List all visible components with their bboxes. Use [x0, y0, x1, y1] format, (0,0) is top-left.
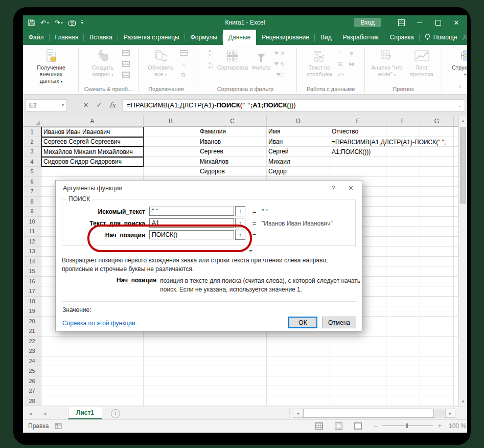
row-header-10[interactable]: 10	[23, 217, 41, 227]
ok-button[interactable]: ОК	[288, 317, 317, 328]
tekst-dlya-poiska-input[interactable]: A1	[149, 218, 234, 228]
zoom-out-button[interactable]: −	[374, 422, 377, 430]
cell-F24[interactable]	[386, 356, 420, 367]
row-header-27[interactable]: 27	[23, 386, 41, 396]
sheet-nav-right-icon[interactable]: ▸	[44, 407, 47, 419]
cell-E27[interactable]	[330, 386, 386, 396]
cell-F19[interactable]	[386, 306, 420, 317]
row-header-18[interactable]: 18	[23, 297, 41, 307]
cell-B27[interactable]	[144, 386, 198, 396]
tell-me-control[interactable]: Помощн	[420, 30, 463, 45]
cell-partial-3[interactable]	[454, 147, 458, 157]
cell-A26[interactable]	[41, 376, 144, 387]
cell-E22[interactable]	[330, 337, 386, 347]
cell-E1[interactable]: Отчество	[330, 127, 386, 137]
cell-A22[interactable]	[41, 337, 144, 347]
zoom-level[interactable]: 100 %	[449, 422, 466, 430]
cell-partial-5[interactable]	[454, 167, 458, 177]
tab-insert[interactable]: Вставка	[84, 30, 118, 45]
cell-partial-26[interactable]	[454, 376, 458, 387]
tab-help[interactable]: Справка	[384, 30, 420, 45]
row-header-9[interactable]: 9	[23, 207, 41, 217]
cell-F25[interactable]	[386, 366, 420, 376]
cell-D28[interactable]	[267, 396, 330, 407]
cell-partial-15[interactable]	[454, 266, 458, 277]
advanced-filter-icon[interactable]: ∕	[274, 70, 285, 79]
from-table-icon[interactable]	[121, 59, 131, 69]
cell-D5[interactable]: Сидор	[267, 167, 330, 177]
name-box[interactable]: E2 ▾	[25, 99, 67, 111]
sort-ascending-icon[interactable]: АЯ↓	[206, 49, 216, 58]
clear-filter-icon[interactable]: ✕	[274, 49, 285, 58]
cell-A3[interactable]: Михайлов Михаил Михайлович	[41, 147, 144, 157]
cell-G7[interactable]	[420, 187, 454, 197]
filter-button[interactable]: Фильтр	[249, 47, 273, 71]
cell-partial-7[interactable]	[454, 187, 458, 197]
cell-B5[interactable]	[144, 167, 198, 177]
cell-F28[interactable]	[386, 396, 420, 407]
cell-partial-17[interactable]	[454, 286, 458, 297]
macro-record-icon[interactable]	[55, 422, 62, 431]
what-if-button[interactable]: ? Анализ "что если" ▾	[369, 47, 405, 78]
relationships-icon[interactable]: ⧓	[347, 59, 357, 69]
vertical-scrollbar[interactable]: ▲ ▼	[458, 116, 467, 407]
cell-G27[interactable]	[420, 386, 454, 396]
confirm-entry-button[interactable]: ✓	[93, 101, 106, 109]
cell-B2[interactable]	[144, 137, 198, 147]
cell-partial-22[interactable]	[454, 337, 458, 347]
row-header-8[interactable]: 8	[23, 197, 41, 207]
collapse-ribbon-icon[interactable]: ⌃	[458, 85, 462, 91]
cell-G9[interactable]	[420, 207, 454, 217]
cell-C2[interactable]: Иванов	[198, 137, 267, 147]
cell-G22[interactable]	[420, 337, 454, 347]
cell-G23[interactable]	[420, 346, 454, 356]
column-header-a[interactable]: A	[41, 116, 144, 127]
cell-C26[interactable]	[198, 376, 267, 387]
cell-A1[interactable]: Иванов Иван Иванович	[41, 127, 144, 137]
cell-F27[interactable]	[386, 386, 420, 396]
normal-view-button[interactable]	[315, 422, 323, 430]
cell-G8[interactable]	[420, 197, 454, 207]
cell-F4[interactable]	[386, 157, 420, 167]
column-header-e[interactable]: E	[330, 116, 386, 127]
dialog-help-icon[interactable]: ?	[332, 184, 335, 192]
data-validation-icon[interactable]: ✓▾	[335, 70, 345, 79]
row-header-20[interactable]: 20	[23, 317, 41, 327]
cell-E5[interactable]	[330, 167, 386, 177]
row-header-3[interactable]: 3	[23, 147, 41, 157]
zoom-in-button[interactable]: +	[438, 422, 442, 430]
cell-B23[interactable]	[144, 346, 198, 356]
cell-A2[interactable]: Сергеев Сергей Сергеевич	[41, 137, 144, 147]
cell-F22[interactable]	[386, 337, 420, 347]
cell-G3[interactable]	[420, 147, 454, 157]
tab-page-layout[interactable]: Разметка страницы	[118, 30, 185, 45]
cell-C1[interactable]: Фамилия	[198, 127, 267, 137]
cell-partial-19[interactable]	[454, 306, 458, 317]
horizontal-scroll-track[interactable]	[434, 409, 445, 418]
cell-A27[interactable]	[41, 386, 144, 396]
collapse-dialog-icon[interactable]: ↑	[235, 230, 245, 240]
zoom-slider-thumb[interactable]	[406, 423, 408, 428]
column-header-d[interactable]: D	[267, 116, 330, 127]
cell-partial-25[interactable]	[454, 366, 458, 376]
row-header-13[interactable]: 13	[23, 247, 41, 257]
cell-partial-2[interactable]	[454, 137, 458, 147]
cell-G16[interactable]	[420, 277, 454, 287]
cell-C3[interactable]: Сергеев	[198, 147, 267, 157]
cell-D4[interactable]: Михаил	[267, 157, 330, 167]
new-sheet-button[interactable]: +	[111, 409, 120, 418]
recent-sources-icon[interactable]	[121, 70, 131, 79]
cell-B28[interactable]	[144, 396, 198, 407]
cell-partial-10[interactable]	[454, 217, 458, 227]
cell-C24[interactable]	[198, 356, 267, 367]
cell-G10[interactable]	[420, 217, 454, 227]
outline-button[interactable]: Структура ▾	[448, 47, 467, 78]
cell-B4[interactable]	[144, 157, 198, 167]
cell-E26[interactable]	[330, 376, 386, 387]
undo-button[interactable]: ↶▾	[40, 19, 49, 26]
cell-partial-28[interactable]	[454, 396, 458, 407]
cell-B1[interactable]	[144, 127, 198, 137]
cell-C23[interactable]	[198, 346, 267, 356]
cell-partial-11[interactable]	[454, 227, 458, 237]
cell-C28[interactable]	[198, 396, 267, 407]
